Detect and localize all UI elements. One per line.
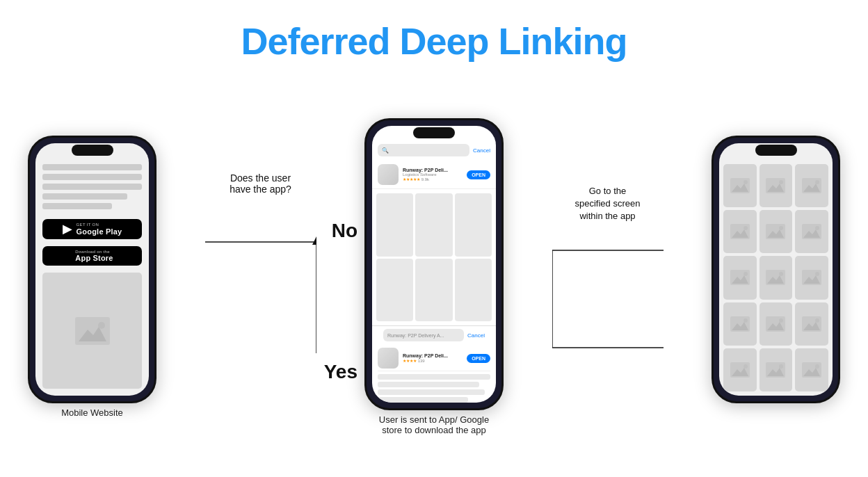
google-play-button[interactable]: ▶ GET IT ON Google Play <box>42 219 142 239</box>
mid-cell-1 <box>376 193 413 257</box>
svg-point-32 <box>779 272 783 276</box>
cancel-text-2[interactable]: Cancel <box>467 332 485 339</box>
left-phone-image-placeholder <box>42 273 142 389</box>
svg-point-11 <box>744 180 748 184</box>
app-store-sub: Download on the <box>75 250 113 254</box>
svg-point-35 <box>815 272 819 276</box>
text-lines-group <box>42 164 142 209</box>
search-bar-row-2: Runway: P2P Delivery A... Cancel <box>378 329 490 346</box>
left-phone: ▶ GET IT ON Google Play Download on the … <box>28 136 156 403</box>
page-title: Deferred Deep Linking <box>241 19 627 63</box>
svg-point-41 <box>779 318 783 323</box>
google-play-icon: ▶ <box>63 223 72 235</box>
mid-cell-4 <box>376 259 413 322</box>
mid-row-3 <box>378 389 485 395</box>
right-phone-wrapper <box>712 136 840 418</box>
no-label: No <box>332 220 357 242</box>
search-bar[interactable]: 🔍 <box>378 144 469 156</box>
svg-point-53 <box>815 364 819 369</box>
yes-label: Yes <box>324 361 357 383</box>
app-cell-10 <box>723 302 757 346</box>
app-store-text: Download on the App Store <box>75 250 113 263</box>
mid-cell-3 <box>455 193 492 257</box>
go-to-label: Go to thespecified screenwithin the app <box>575 185 641 223</box>
mid-placeholder-rows <box>378 374 490 403</box>
mid-grid-top <box>372 189 496 325</box>
mid-cell-5 <box>415 259 452 322</box>
svg-point-2 <box>98 322 105 329</box>
search-icon-small: 🔍 <box>382 147 389 154</box>
app-cell-2 <box>760 164 793 207</box>
app-result-row-1: Runway: P2P Deli... Logistics Software ★… <box>372 161 496 189</box>
svg-point-38 <box>744 318 748 323</box>
app-stars-1: ★★★★★ 9.9k <box>403 177 463 181</box>
svg-point-23 <box>779 226 783 230</box>
app-info-2: Runway: P2P Deli... ★★★★ 139 <box>403 353 463 363</box>
search-bar-row: 🔍 Cancel <box>372 144 496 161</box>
app-cell-14 <box>760 348 793 391</box>
text-line-3 <box>42 184 142 190</box>
app-store-ui: 🔍 Cancel Runway: P2P Deli... Logistics S… <box>372 144 496 403</box>
diagram-area: ▶ GET IT ON Google Play Download on the … <box>0 76 868 477</box>
mid-row-4 <box>378 397 468 403</box>
app-cell-11 <box>760 302 793 346</box>
google-play-main: Google Play <box>77 227 122 236</box>
mid-lower-section: Runway: P2P Delivery A... Cancel Runway:… <box>372 325 496 403</box>
open-btn-2[interactable]: OPEN <box>467 354 490 363</box>
svg-point-14 <box>779 180 783 184</box>
google-play-sub: GET IT ON <box>77 223 122 227</box>
cancel-text[interactable]: Cancel <box>473 147 490 154</box>
app-grid <box>723 164 828 391</box>
text-line-1 <box>42 164 142 170</box>
branch-arrows-left <box>205 200 316 381</box>
svg-point-17 <box>815 180 819 184</box>
mid-cell-6 <box>455 259 492 322</box>
left-phone-wrapper: ▶ GET IT ON Google Play Download on the … <box>28 136 156 418</box>
google-play-text: GET IT ON Google Play <box>77 223 122 236</box>
app-stars-2: ★★★★ 139 <box>403 358 463 363</box>
app-cell-9 <box>795 256 828 299</box>
mid-phone-screen: 🔍 Cancel Runway: P2P Deli... Logistics S… <box>372 126 496 403</box>
app-name-1: Runway: P2P Deli... <box>403 168 463 172</box>
svg-point-44 <box>815 318 819 323</box>
open-btn-1[interactable]: OPEN <box>467 170 490 179</box>
svg-point-20 <box>744 226 748 230</box>
app-cell-6 <box>795 210 828 253</box>
mid-phone-notch <box>413 127 455 138</box>
text-line-5 <box>42 203 112 209</box>
question-label: Does the userhave the app? <box>230 172 291 195</box>
app-name-2: Runway: P2P Deli... <box>403 353 463 358</box>
app-info-1: Runway: P2P Deli... Logistics Software ★… <box>403 168 463 181</box>
right-phone-label <box>775 407 778 418</box>
svg-point-47 <box>744 364 748 369</box>
mid-phone: 🔍 Cancel Runway: P2P Deli... Logistics S… <box>364 118 504 410</box>
app-cell-12 <box>795 302 828 346</box>
mid-cell-2 <box>415 193 452 257</box>
search-text-2: Runway: P2P Delivery A... <box>387 333 444 338</box>
between-left-mid: Does the userhave the app? No Yes <box>156 143 364 411</box>
app-cell-1 <box>723 164 757 207</box>
svg-point-29 <box>744 272 748 276</box>
mid-row-2 <box>378 382 479 387</box>
right-phone-notch <box>755 145 797 156</box>
left-phone-label: Mobile Website <box>61 407 123 418</box>
mid-phone-label: User is sent to App/ Googlestore to down… <box>379 414 489 435</box>
mid-phone-wrapper: 🔍 Cancel Runway: P2P Deli... Logistics S… <box>364 118 504 435</box>
app-cell-7 <box>723 256 757 299</box>
app-icon-2 <box>378 348 399 369</box>
search-bar-2[interactable]: Runway: P2P Delivery A... <box>383 329 464 341</box>
app-cell-3 <box>795 164 828 207</box>
app-result-row-2: Runway: P2P Deli... ★★★★ 139 OPEN <box>378 346 490 371</box>
left-phone-screen: ▶ GET IT ON Google Play Download on the … <box>35 143 149 396</box>
between-mid-right: Go to thespecified screenwithin the app <box>504 143 712 411</box>
app-store-main: App Store <box>75 254 113 262</box>
right-phone <box>712 136 840 403</box>
app-store-button[interactable]: Download on the App Store <box>42 246 142 266</box>
text-line-2 <box>42 174 142 180</box>
app-cell-4 <box>723 210 757 253</box>
app-cell-8 <box>760 256 793 299</box>
app-cell-13 <box>723 348 757 391</box>
svg-point-50 <box>779 364 783 369</box>
app-cell-5 <box>760 210 793 253</box>
app-icon-1 <box>378 164 399 185</box>
